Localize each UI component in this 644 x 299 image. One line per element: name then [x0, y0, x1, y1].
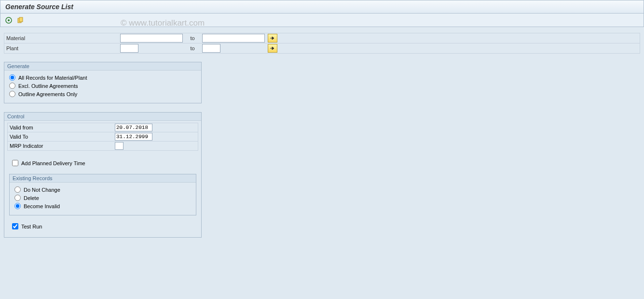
radio-excl-outline[interactable]: Excl. Outline Agreements: [9, 82, 196, 90]
radio-outline-only-input[interactable]: [9, 91, 15, 97]
existing-records-group: Existing Records Do Not Change Delete Be…: [9, 174, 196, 215]
valid-from-label: Valid from: [10, 125, 115, 130]
plant-from-input[interactable]: [120, 44, 138, 53]
control-group: Control Valid from Valid To MRP Indicato…: [4, 112, 202, 238]
material-from-input[interactable]: [120, 34, 183, 43]
existing-records-title: Existing Records: [10, 174, 196, 183]
material-row: Material to: [4, 33, 640, 43]
radio-become-invalid-label: Become Invalid: [24, 203, 60, 209]
radio-outline-only-label: Outline Agreements Only: [18, 91, 77, 97]
valid-to-input[interactable]: [115, 133, 152, 141]
control-group-title: Control: [4, 113, 201, 121]
material-label: Material: [4, 35, 120, 41]
radio-excl-outline-input[interactable]: [9, 83, 15, 89]
plant-multi-selection-button[interactable]: [268, 44, 277, 53]
mrp-indicator-row: MRP Indicator: [7, 141, 198, 151]
test-run-label: Test Run: [21, 224, 42, 229]
add-planned-label: Add Planned Delivery Time: [21, 160, 85, 166]
add-planned-checkbox[interactable]: [12, 160, 18, 166]
radio-all-records-label: All Records for Material/Plant: [18, 75, 87, 81]
material-to-label: to: [188, 35, 197, 41]
mrp-indicator-input[interactable]: [115, 142, 123, 150]
plant-label: Plant: [4, 45, 120, 51]
page-title: Generate Source List: [0, 0, 644, 14]
variant-icon[interactable]: [16, 16, 25, 25]
valid-from-row: Valid from: [7, 123, 198, 132]
valid-from-input[interactable]: [115, 124, 152, 131]
valid-to-row: Valid To: [7, 132, 198, 142]
svg-rect-3: [19, 17, 23, 22]
mrp-indicator-label: MRP Indicator: [10, 143, 115, 149]
radio-all-records[interactable]: All Records for Material/Plant: [9, 73, 196, 82]
radio-delete-input[interactable]: [14, 195, 21, 201]
plant-row: Plant to: [4, 43, 640, 54]
test-run-checkbox-row[interactable]: Test Run: [12, 222, 198, 230]
radio-do-not-change[interactable]: Do Not Change: [14, 185, 191, 194]
toolbar: [0, 14, 644, 27]
radio-become-invalid[interactable]: Become Invalid: [14, 202, 191, 210]
material-to-input[interactable]: [202, 34, 265, 43]
radio-excl-outline-label: Excl. Outline Agreements: [18, 83, 78, 89]
svg-point-1: [8, 19, 10, 21]
test-run-checkbox[interactable]: [12, 223, 18, 229]
radio-do-not-change-label: Do Not Change: [24, 187, 60, 193]
radio-delete[interactable]: Delete: [14, 194, 191, 202]
radio-become-invalid-input[interactable]: [14, 203, 21, 209]
generate-group-title: Generate: [4, 62, 201, 71]
content-area: Material to Plant to Generate All Record…: [0, 27, 644, 243]
plant-to-label: to: [188, 45, 197, 51]
radio-outline-only[interactable]: Outline Agreements Only: [9, 90, 196, 98]
generate-group: Generate All Records for Material/Plant …: [4, 62, 202, 103]
valid-to-label: Valid To: [10, 134, 115, 140]
material-multi-selection-button[interactable]: [268, 34, 277, 43]
radio-delete-label: Delete: [24, 195, 39, 201]
add-planned-checkbox-row[interactable]: Add Planned Delivery Time: [12, 159, 198, 167]
plant-to-input[interactable]: [202, 44, 220, 53]
radio-all-records-input[interactable]: [9, 74, 15, 81]
radio-do-not-change-input[interactable]: [14, 186, 21, 193]
execute-icon[interactable]: [4, 16, 13, 25]
